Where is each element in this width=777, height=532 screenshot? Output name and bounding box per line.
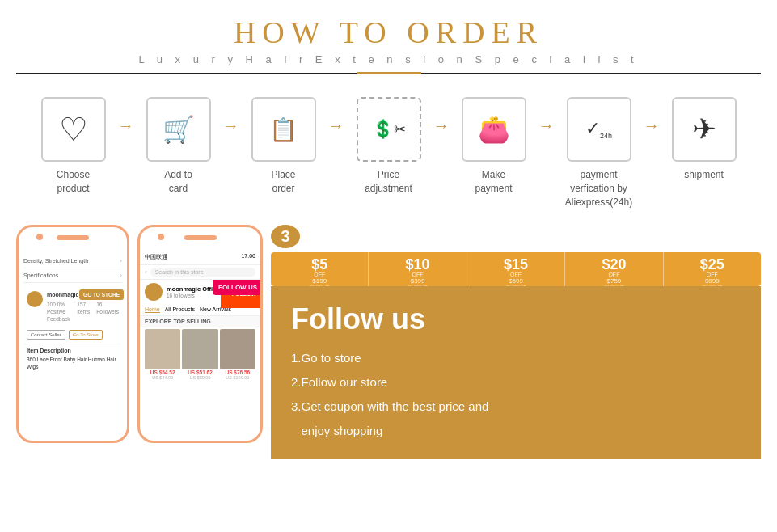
step-payment-verification-label: paymentverfication byAliexpress(24h) (565, 168, 632, 209)
product-old-price-1: US $84.00 (145, 375, 180, 380)
phone-container: Density, Stretched Length › Specificatio… (16, 225, 259, 459)
phone-1: Density, Stretched Length › Specificatio… (16, 225, 129, 443)
bottom-section: Density, Stretched Length › Specificatio… (0, 217, 777, 459)
back-icon: ‹ (145, 268, 147, 276)
phone-1-row-specs: Specifications › (23, 268, 122, 283)
step3-badge: 3 (271, 225, 300, 248)
store-items: 157Items (77, 301, 90, 323)
product-price-3: US $76.56 (220, 369, 255, 375)
step-make-payment: 👛 Makepayment (450, 97, 538, 196)
phone-2-content: 中国联通 17:06 ‹ Search in this store moonma… (140, 250, 260, 382)
coupon-10-off: OFF (372, 272, 462, 277)
product-thumb-1 (145, 329, 180, 369)
go-to-store-button[interactable]: Go To Store (69, 330, 103, 340)
search-bar: ‹ Search in this store (140, 265, 260, 280)
step-arrow-2: → (223, 116, 239, 135)
coupon-10-amount: $10 (372, 257, 462, 272)
step-payment-verification-icon: ✓24h (567, 97, 631, 162)
step-price-adjustment-label: Priceadjustment (365, 168, 412, 196)
follow-title: Follow us (291, 302, 741, 336)
nav-home[interactable]: Home (145, 306, 160, 313)
header-divider (16, 72, 761, 74)
coupon-5[interactable]: $5 OFF $199 CLICK IT (271, 252, 369, 286)
right-panel: 3 $5 OFF $199 CLICK IT $10 OFF $399 CLIC… (271, 225, 761, 459)
follow-item-1: 1.Go to store (291, 346, 741, 370)
follow-us-badge: FOLLOW US (213, 280, 263, 295)
coupon-10-price: $399 (372, 277, 462, 285)
step-shipment-label: shipment (684, 168, 724, 182)
coupon-25[interactable]: $25 OFF $999 CLICK IT (664, 252, 761, 286)
step-place-order-icon: 📋 (251, 97, 316, 162)
step-place-order: 📋 Placeorder (239, 97, 328, 196)
step-arrow-4: → (433, 116, 450, 135)
coupon-5-price: $199 (274, 277, 365, 285)
product-price-2: US $51.62 (182, 369, 217, 375)
store-stats: 100.0%Positive Feedback 157Items 16Follo… (47, 301, 119, 323)
phone-2-header: 中国联通 17:06 (140, 250, 260, 265)
divider-line-right (421, 73, 762, 74)
store-feedback: 100.0%Positive Feedback (47, 301, 70, 323)
phone-2: 中国联通 17:06 ‹ Search in this store moonma… (137, 225, 263, 443)
phone-1-row-density: Density, Stretched Length › (23, 254, 122, 268)
specs-label: Specifications (23, 272, 58, 278)
store-avatar-2 (145, 283, 163, 301)
coupon-bar: $5 OFF $199 CLICK IT $10 OFF $399 CLICK … (271, 252, 761, 286)
coupon-15-price: $599 (471, 277, 561, 285)
step-make-payment-label: Makepayment (475, 168, 512, 196)
product-item-3[interactable]: US $76.56 US $100.00 (220, 329, 255, 380)
follow-list: 1.Go to store 2.Follow our store 3.Get c… (291, 346, 741, 443)
explore-label: EXPLORE TOP SELLING (140, 316, 260, 327)
go-to-store-badge[interactable]: GO TO STORE (79, 289, 124, 300)
page-subtitle: L u x u r y H a i r E x t e n s i o n S … (0, 53, 777, 65)
phone-1-store-info: moonmagic Official Stor 100.0%Positive F… (23, 288, 122, 326)
item-description-heading: Item Description (23, 344, 122, 355)
product-item-1[interactable]: US $54.52 US $84.00 (145, 329, 180, 380)
page-title: HOW TO ORDER (0, 15, 777, 50)
step-add-to-card-icon: 🛒 (146, 97, 211, 162)
step-choose-product: ♡ Chooseproduct (29, 97, 118, 196)
follow-item-3: 3.Get coupon with the best price and enj… (291, 395, 741, 443)
search-input-phone2[interactable]: Search in this store (150, 268, 255, 277)
network-label: 中国联通 (145, 253, 167, 261)
store-avatar (27, 291, 43, 307)
step-add-to-card-label: Add tocard (164, 168, 192, 196)
contact-seller-button[interactable]: Contact Seller (27, 330, 65, 340)
step-price-adjustment: 💲✂ Priceadjustment (344, 97, 433, 196)
page-header: HOW TO ORDER L u x u r y H a i r E x t e… (0, 0, 777, 81)
step-arrow-6: → (644, 116, 660, 135)
step-shipment-icon: ✈ (672, 97, 737, 162)
product-old-price-3: US $100.00 (220, 375, 255, 380)
step-choose-product-label: Chooseproduct (57, 168, 90, 196)
phone-2-store-header: moonmagic Official... 16 followers + FOL… (140, 280, 260, 304)
coupon-20-amount: $20 (568, 257, 659, 272)
step-shipment: ✈ shipment (660, 97, 749, 182)
follow-item-2: 2.Follow our store (291, 370, 741, 395)
specs-arrow: › (120, 272, 122, 279)
time-label: 17:06 (241, 253, 255, 261)
phone-1-content: Density, Stretched Length › Specificatio… (19, 250, 127, 376)
product-thumb-2 (182, 329, 217, 369)
coupon-5-off: OFF (274, 272, 365, 277)
coupon-20[interactable]: $20 OFF $759 CLICK IT (565, 252, 663, 286)
step-arrow-5: → (538, 116, 555, 135)
coupon-15-off: OFF (471, 272, 561, 277)
coupon-5-amount: $5 (274, 257, 365, 272)
coupon-15[interactable]: $15 OFF $599 CLICK IT (467, 252, 565, 286)
step-add-to-card: 🛒 Add tocard (134, 97, 223, 196)
nav-all-products[interactable]: All Products (165, 306, 195, 313)
store-buttons: Contact Seller Go To Store (23, 330, 122, 340)
density-arrow: › (120, 257, 122, 264)
product-old-price-2: US $80.00 (182, 375, 217, 380)
product-grid: US $54.52 US $84.00 US $51.62 US $80.00 … (140, 327, 260, 382)
coupon-25-amount: $25 (667, 257, 758, 272)
coupon-10[interactable]: $10 OFF $399 CLICK IT (369, 252, 467, 286)
product-price-1: US $54.52 (145, 369, 180, 375)
step-arrow-3: → (328, 116, 344, 135)
divider-line-left (16, 73, 357, 74)
step-payment-verification: ✓24h paymentverfication byAliexpress(24h… (555, 97, 644, 209)
follow-panel: Follow us 1.Go to store 2.Follow our sto… (271, 286, 761, 459)
step-place-order-label: Placeorder (271, 168, 295, 196)
product-item-2[interactable]: US $51.62 US $80.00 (182, 329, 217, 380)
step-arrow-1: → (118, 116, 134, 135)
coupon-25-off: OFF (667, 272, 758, 277)
